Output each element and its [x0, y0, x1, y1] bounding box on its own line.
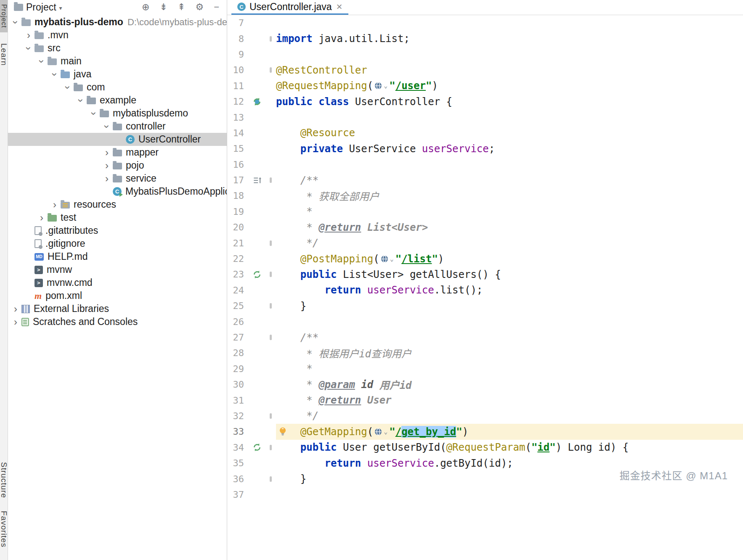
chevron-collapsed-icon[interactable]: › — [102, 160, 112, 172]
tree-item-com[interactable]: ›com — [8, 81, 227, 94]
fold-marker-icon[interactable] — [265, 445, 276, 450]
editor-tab-usercontroller[interactable]: C UserController.java × — [231, 0, 348, 15]
locate-file-icon[interactable]: ⊕ — [142, 3, 149, 12]
tree-item-resources[interactable]: ›resources — [8, 198, 227, 211]
tree-item-example[interactable]: ›example — [8, 94, 227, 107]
run-class-icon[interactable] — [252, 97, 262, 106]
tree-item-pom-xml[interactable]: mpom.xml — [8, 289, 227, 302]
tool-button-learn[interactable]: Learn — [0, 43, 8, 68]
code-line-26[interactable]: 26 — [227, 314, 743, 329]
code-line-18[interactable]: 18 * 获取全部用户 — [227, 188, 743, 203]
tool-button-favorites[interactable]: Favorites — [0, 511, 8, 549]
gutter-icon-slot[interactable] — [249, 97, 265, 106]
code-line-12[interactable]: 12public class UserController { — [227, 94, 743, 109]
chevron-collapsed-icon[interactable]: › — [50, 199, 60, 211]
code-line-17[interactable]: 17 /** — [227, 172, 743, 188]
code-line-33[interactable]: 33 @GetMapping(⌄"/get_by_id") — [227, 424, 743, 439]
tree-item-java[interactable]: ›java — [8, 68, 227, 81]
fold-marker-icon[interactable] — [265, 177, 276, 183]
chevron-expanded-icon[interactable]: › — [62, 82, 74, 92]
fold-marker-icon[interactable] — [265, 36, 276, 42]
code-line-7[interactable]: 7 — [227, 15, 743, 31]
fold-marker-icon[interactable] — [265, 67, 276, 73]
tree-item-mapper[interactable]: ›mapper — [8, 146, 227, 159]
gutter-icon-slot[interactable] — [249, 176, 265, 185]
tree-item-pojo[interactable]: ›pojo — [8, 159, 227, 172]
code-line-10[interactable]: 10@RestController — [227, 62, 743, 78]
code-line-30[interactable]: 30 * @param id 用户id — [227, 377, 743, 392]
code-line-37[interactable]: 37 — [227, 487, 743, 502]
http-method-globe-icon[interactable]: ⌄ — [380, 254, 394, 264]
code-line-31[interactable]: 31 * @return User — [227, 392, 743, 408]
chevron-expanded-icon[interactable]: › — [10, 17, 21, 27]
tree-item-mvnw-cmd[interactable]: >mvnw.cmd — [8, 276, 227, 289]
hide-panel-icon[interactable]: − — [214, 3, 219, 12]
code-line-34[interactable]: 34 public User getUserById(@RequestParam… — [227, 440, 743, 455]
fold-marker-icon[interactable] — [265, 240, 276, 246]
tree-item-external-libraries[interactable]: ›External Libraries — [8, 302, 227, 315]
code-line-20[interactable]: 20 * @return List<User> — [227, 219, 743, 235]
code-line-23[interactable]: 23 public List<User> getAllUsers() { — [227, 267, 743, 282]
http-method-globe-icon[interactable]: ⌄ — [374, 81, 387, 90]
code-line-9[interactable]: 9 — [227, 47, 743, 62]
chevron-collapsed-icon[interactable]: › — [11, 316, 21, 328]
code-line-14[interactable]: 14 @Resource — [227, 125, 743, 141]
code-line-21[interactable]: 21 */ — [227, 235, 743, 251]
code-line-19[interactable]: 19 * — [227, 204, 743, 219]
code-line-11[interactable]: 11@RequestMapping(⌄"/user") — [227, 78, 743, 94]
chevron-collapsed-icon[interactable]: › — [24, 29, 34, 41]
fold-marker-icon[interactable] — [265, 335, 276, 340]
tree-item-scratches-and-consoles[interactable]: ›Scratches and Consoles — [8, 315, 227, 328]
tree-item-help-md[interactable]: MDHELP.md — [8, 250, 227, 263]
close-icon[interactable]: × — [337, 1, 342, 13]
code-line-27[interactable]: 27 /** — [227, 330, 743, 345]
http-method-globe-icon[interactable]: ⌄ — [374, 427, 387, 436]
fold-marker-icon[interactable] — [265, 303, 276, 309]
tree-item-mvnw[interactable]: >mvnw — [8, 263, 227, 276]
code-line-15[interactable]: 15 private UserService userService; — [227, 141, 743, 156]
code-line-32[interactable]: 32 */ — [227, 408, 743, 424]
chevron-collapsed-icon[interactable]: › — [37, 212, 47, 224]
code-line-29[interactable]: 29 * — [227, 361, 743, 377]
tree-item-src[interactable]: ›src — [8, 42, 227, 55]
tree-item-service[interactable]: ›service — [8, 172, 227, 185]
code-line-13[interactable]: 13 — [227, 109, 743, 125]
chevron-expanded-icon[interactable]: › — [49, 69, 61, 79]
tree-item--mvn[interactable]: ›.mvn — [8, 29, 227, 42]
intention-bulb-icon[interactable] — [278, 426, 288, 439]
chevron-collapsed-icon[interactable]: › — [102, 173, 112, 185]
code-line-16[interactable]: 16 — [227, 157, 743, 172]
tree-item--gitignore[interactable]: .gitignore — [8, 237, 227, 250]
code-line-28[interactable]: 28 * 根据用户id查询用户 — [227, 345, 743, 361]
chevron-collapsed-icon[interactable]: › — [11, 303, 21, 315]
spring-bean-icon[interactable] — [252, 270, 262, 279]
chevron-collapsed-icon[interactable]: › — [102, 147, 112, 158]
gutter-icon-slot[interactable] — [249, 443, 265, 452]
fold-marker-icon[interactable] — [265, 413, 276, 419]
project-panel-title[interactable]: Project — [26, 2, 56, 13]
tool-button-structure[interactable]: Structure — [0, 462, 8, 500]
fold-marker-icon[interactable] — [265, 476, 276, 482]
code-line-25[interactable]: 25 } — [227, 298, 743, 314]
tree-item--gitattributes[interactable]: .gitattributes — [8, 224, 227, 237]
tree-item-mybatis-plus-demo[interactable]: ›mybatis-plus-demoD:\code\mybatis-plus-d… — [8, 16, 227, 29]
chevron-expanded-icon[interactable]: › — [88, 108, 100, 119]
code-line-24[interactable]: 24 return userService.list(); — [227, 283, 743, 298]
collapse-all-icon[interactable]: ⇞ — [178, 3, 185, 12]
tree-item-mybatisplusdemo[interactable]: ›mybatisplusdemo — [8, 107, 227, 120]
expand-all-icon[interactable]: ⇟ — [160, 3, 167, 12]
code-line-22[interactable]: 22 @PostMapping(⌄"/list") — [227, 251, 743, 267]
tool-button-project[interactable]: Project — [0, 0, 8, 32]
fold-marker-icon[interactable] — [265, 272, 276, 277]
tree-item-mybatisplusdemoapplicat[interactable]: CMybatisPlusDemoApplicat — [8, 185, 227, 198]
tree-item-controller[interactable]: ›controller — [8, 120, 227, 133]
chevron-expanded-icon[interactable]: › — [75, 95, 87, 106]
chevron-expanded-icon[interactable]: › — [36, 56, 48, 66]
chevron-expanded-icon[interactable]: › — [101, 122, 113, 132]
chevron-down-icon[interactable]: ▾ — [59, 5, 62, 11]
spring-bean-icon[interactable] — [252, 443, 262, 452]
tree-item-usercontroller[interactable]: CUserController — [8, 133, 227, 146]
chevron-expanded-icon[interactable]: › — [23, 43, 34, 53]
code-line-8[interactable]: 8import java.util.List; — [227, 31, 743, 46]
tree-item-test[interactable]: ›test — [8, 211, 227, 224]
